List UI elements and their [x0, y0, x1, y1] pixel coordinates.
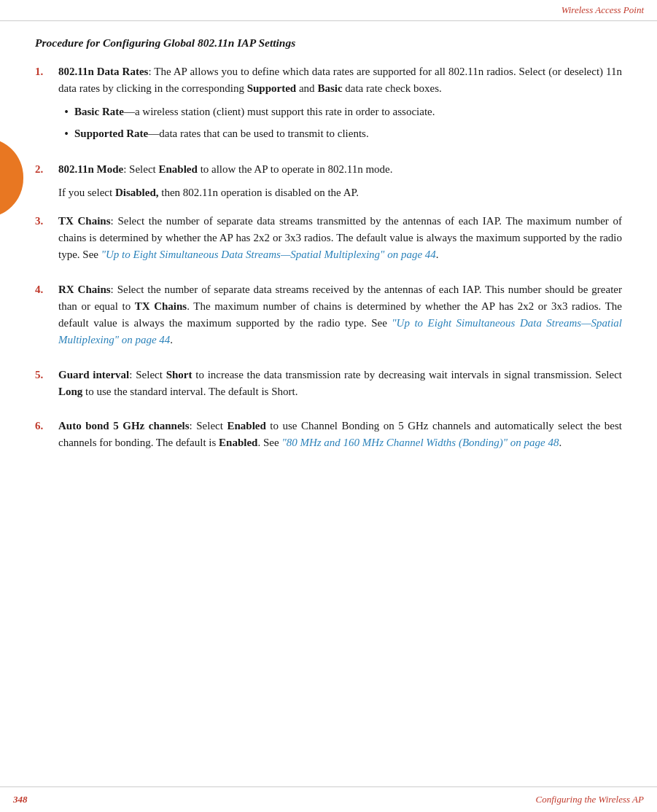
footer-bar: 348 Configuring the Wireless AP [0, 786, 657, 812]
list-item: 1. 802.11n Data Rates: The AP allows you… [35, 63, 622, 149]
item-5-text: Guard interval: Select Short to increase… [58, 367, 622, 401]
item-2-disabled: Disabled, [115, 187, 159, 198]
item-6-text: Auto bond 5 GHz channels: Select Enabled… [58, 418, 622, 452]
item-5-bold2: Short [166, 369, 193, 380]
bullet-item-2: • Supported Rate—data rates that can be … [58, 125, 622, 144]
item-2-bold: 802.11n Mode [58, 163, 123, 175]
item-3-link[interactable]: "Up to Eight Simultaneous Data Streams—S… [101, 249, 436, 260]
item-content-4: RX Chains: Select the number of separate… [58, 281, 622, 355]
orange-circle-decoration [0, 138, 23, 218]
list-item: 6. Auto bond 5 GHz channels: Select Enab… [35, 418, 622, 458]
item-5-bold3: Long [58, 386, 82, 397]
bullet-text-2: Supported Rate—data rates that can be us… [74, 125, 622, 142]
page-container: Wireless Access Point Procedure for Conf… [0, 0, 657, 812]
item-number-5: 5. [35, 367, 58, 383]
item-2-text: 802.11n Mode: Select Enabled to allow th… [58, 161, 622, 178]
numbered-list: 1. 802.11n Data Rates: The AP allows you… [35, 63, 622, 457]
item-number-2: 2. [35, 161, 58, 178]
list-item: 2. 802.11n Mode: Select Enabled to allow… [35, 161, 622, 201]
item-6-bold3: Enabled [219, 437, 257, 448]
item-1-bold2: Supported [247, 82, 297, 94]
bullet-item-1: • Basic Rate—a wireless station (client)… [58, 104, 622, 122]
item-number-3: 3. [35, 213, 58, 230]
item-2-bold2: Enabled [159, 163, 198, 175]
item-6-link[interactable]: "80 MHz and 160 MHz Channel Widths (Bond… [281, 437, 559, 448]
item-5-bold: Guard interval [58, 369, 129, 380]
item-6-bold: Auto bond 5 GHz channels [58, 420, 190, 432]
item-content-1: 802.11n Data Rates: The AP allows you to… [58, 63, 622, 149]
header-title: Wireless Access Point [561, 3, 644, 17]
item-1-text: 802.11n Data Rates: The AP allows you to… [58, 63, 622, 98]
item-6-bold2: Enabled [227, 420, 265, 432]
footer-page-number: 348 [13, 792, 28, 807]
item-3-bold: TX Chains [58, 215, 111, 227]
item-2-extra: If you select Disabled, then 802.11n ope… [58, 184, 622, 201]
item-1-bold: 802.11n Data Rates [58, 66, 148, 77]
bullet-dot-2: • [58, 125, 74, 144]
bullet-text-1: Basic Rate—a wireless station (client) m… [74, 104, 622, 120]
item-1-bold3: Basic [317, 82, 342, 94]
item-4-link[interactable]: "Up to Eight Simultaneous Data Streams—S… [58, 317, 622, 346]
item-3-text: TX Chains: Select the number of separate… [58, 213, 622, 264]
main-content: Procedure for Configuring Global 802.11n… [0, 21, 657, 786]
procedure-title: Procedure for Configuring Global 802.11n… [35, 34, 622, 52]
footer-section-label: Configuring the Wireless AP [536, 792, 644, 807]
item-4-bold2: TX Chains [135, 300, 187, 312]
bullet-list-1: • Basic Rate—a wireless station (client)… [58, 104, 622, 144]
item-number-1: 1. [35, 63, 58, 80]
item-content-6: Auto bond 5 GHz channels: Select Enabled… [58, 418, 622, 458]
list-item: 5. Guard interval: Select Short to incre… [35, 367, 622, 407]
item-number-4: 4. [35, 281, 58, 298]
bullet-dot-1: • [58, 104, 74, 122]
list-item: 4. RX Chains: Select the number of separ… [35, 281, 622, 355]
item-4-bold: RX Chains [58, 284, 111, 295]
list-item: 3. TX Chains: Select the number of separ… [35, 213, 622, 270]
item-number-6: 6. [35, 418, 58, 434]
item-content-3: TX Chains: Select the number of separate… [58, 213, 622, 270]
item-content-5: Guard interval: Select Short to increase… [58, 367, 622, 407]
header-bar: Wireless Access Point [0, 0, 657, 21]
item-content-2: 802.11n Mode: Select Enabled to allow th… [58, 161, 622, 201]
item-4-text: RX Chains: Select the number of separate… [58, 281, 622, 349]
